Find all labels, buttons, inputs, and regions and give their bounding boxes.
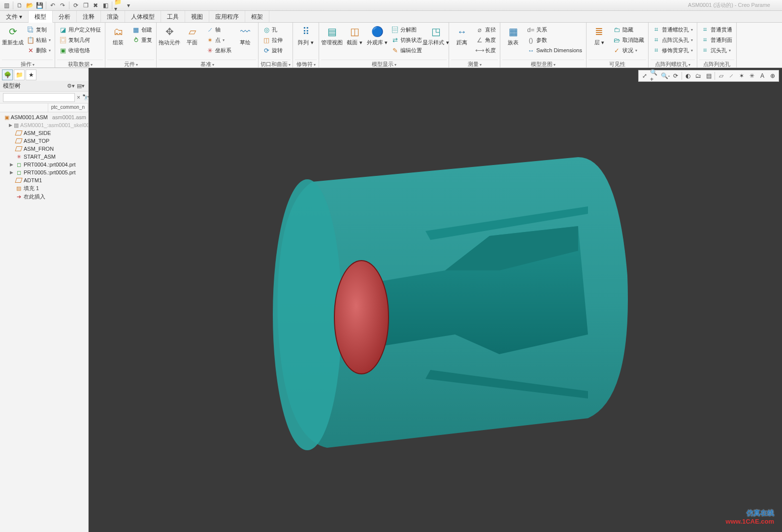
extrude-button[interactable]: ◫拉伸: [261, 35, 285, 45]
refit-icon[interactable]: ⤢: [640, 71, 650, 81]
datum-plane-toggle-icon[interactable]: ▱: [716, 71, 726, 81]
open-icon[interactable]: 📂: [25, 1, 34, 10]
family-table-button[interactable]: ▦族表: [502, 24, 524, 46]
tree-node[interactable]: ASM_SIDE: [0, 129, 88, 137]
revolve-button[interactable]: ⟳旋转: [261, 45, 285, 55]
appearance-button[interactable]: 🔵外观库 ▾: [366, 24, 388, 46]
datum-axis-toggle-icon[interactable]: ⟋: [726, 71, 736, 81]
datum-point-toggle-icon[interactable]: ✶: [737, 71, 747, 81]
tab-file[interactable]: 文件 ▾: [0, 11, 29, 22]
point-button[interactable]: ✶点▾: [204, 35, 233, 45]
tab-applications[interactable]: 应用程序: [209, 11, 245, 22]
model-tree[interactable]: ▣ASM0001.ASMasm0001.asm▶▥ASM0001_:asm000…: [0, 112, 88, 532]
app-icon[interactable]: ▥: [2, 1, 11, 10]
explode-button[interactable]: ⿳分解图: [389, 25, 424, 34]
spin-center-icon[interactable]: ⊕: [768, 71, 778, 81]
assemble-button[interactable]: 🗂组装: [107, 24, 129, 46]
tab-analysis[interactable]: 分析: [53, 11, 77, 22]
repaint-icon[interactable]: ⟳: [671, 71, 681, 81]
switch-dims-button[interactable]: ↔Switch Dimensions: [525, 45, 584, 55]
tab-render[interactable]: 渲染: [101, 11, 125, 22]
tree-node[interactable]: ▶◻PRT0005.:prt0005.prt: [0, 168, 88, 176]
tree-node[interactable]: ▶◻PRT0004.:prt0004.prt: [0, 161, 88, 168]
delete-button[interactable]: ✕删除▾: [25, 45, 53, 55]
counterbore-button[interactable]: ⌗点阵沉头孔▾: [651, 35, 695, 45]
regenerate-button[interactable]: ⟳重新生成: [2, 24, 24, 46]
copy-button[interactable]: ⿻复制: [25, 25, 53, 34]
csys-toggle-icon[interactable]: ✳: [747, 71, 757, 81]
tab-annotate[interactable]: 注释: [77, 11, 101, 22]
annotation-toggle-icon[interactable]: A: [757, 71, 767, 81]
repeat-button[interactable]: ⥁重复: [130, 35, 154, 45]
udf-button[interactable]: ◪用户定义特征: [57, 25, 103, 34]
copy-geom-button[interactable]: ⿴复制几何: [57, 35, 103, 45]
search-input[interactable]: [3, 93, 75, 102]
toggle-state-button[interactable]: ⇄切换状态: [389, 35, 424, 45]
tab-manikin[interactable]: 人体模型: [125, 11, 161, 22]
sketch-button[interactable]: 〰草绘: [234, 24, 256, 46]
tab-model[interactable]: 模型: [29, 11, 53, 23]
tree-node[interactable]: ▨填充 1: [0, 184, 88, 193]
new-icon[interactable]: 🗋: [15, 1, 24, 10]
tab-framework[interactable]: 框架: [245, 11, 269, 22]
tree-node[interactable]: ▶▥ASM0001_:asm0001_skel000: [0, 121, 88, 129]
tree-node[interactable]: ✳START_ASM: [0, 153, 88, 161]
shade-icon[interactable]: ◐: [683, 71, 693, 81]
tree-show-icon[interactable]: ▤▾: [76, 82, 85, 91]
status-button[interactable]: ✓状况▾: [611, 45, 646, 55]
layers-button[interactable]: ≣层 ▾: [588, 24, 610, 46]
thread-hole-button[interactable]: ⌗普通螺纹孔▾: [651, 25, 695, 34]
view-manager-icon[interactable]: ▤: [704, 71, 714, 81]
qat-customize-icon[interactable]: ▾: [124, 1, 133, 10]
favorites-tab[interactable]: ★: [26, 69, 36, 80]
zoom-out-icon[interactable]: 🔍-: [660, 71, 670, 81]
hide-button[interactable]: 🗀隐藏: [611, 25, 646, 34]
paste-button[interactable]: 📋粘贴▾: [25, 35, 53, 45]
display-style-button[interactable]: ◳显示样式 ▾: [425, 24, 447, 46]
relations-button[interactable]: d=关系: [525, 25, 584, 34]
distance-button[interactable]: ↔距离: [451, 24, 473, 46]
angle-button[interactable]: ∠角度: [474, 35, 498, 45]
plain-thru-button[interactable]: ⌗普通贯通: [699, 25, 734, 34]
parameters-button[interactable]: ()参数: [525, 35, 584, 45]
pattern-button[interactable]: ⠿阵列 ▾: [295, 24, 317, 46]
tree-node[interactable]: ➔在此插入: [0, 193, 88, 201]
hole-button[interactable]: ◎孔: [261, 25, 285, 34]
drag-component-button[interactable]: ✥拖动元件: [159, 24, 180, 46]
tree-tab[interactable]: 🌳: [2, 69, 13, 80]
tree-node[interactable]: ASM_TOP: [0, 137, 88, 145]
clear-icon[interactable]: ×: [77, 94, 80, 101]
csk-button[interactable]: ⌗沉头孔▾: [699, 45, 734, 55]
3d-viewport[interactable]: ⤢ 🔍+ 🔍- ⟳ ◐ 🗂 ▤ ▱ ⟋ ✶ ✳ A ⊕: [89, 68, 782, 532]
shrinkwrap-button[interactable]: ▣收缩包络: [57, 45, 103, 55]
edit-position-button[interactable]: ✎编辑位置: [389, 45, 424, 55]
tree-node[interactable]: ▣ASM0001.ASMasm0001.asm: [0, 113, 88, 121]
manage-views-button[interactable]: ▤管理视图: [321, 24, 343, 46]
plane-button[interactable]: ▱平面: [181, 24, 203, 46]
length-button[interactable]: ⟷长度: [474, 45, 498, 55]
create-button[interactable]: ▦创建: [130, 25, 154, 34]
tab-tools[interactable]: 工具: [161, 11, 185, 22]
diameter-button[interactable]: ⌀直径: [474, 25, 498, 34]
zoom-in-icon[interactable]: 🔍+: [650, 71, 660, 81]
folder-icon[interactable]: 📁▾: [114, 1, 123, 10]
plain-toface-button[interactable]: ⌗普通到面: [699, 35, 734, 45]
windows-icon[interactable]: ❐: [81, 1, 90, 10]
thru-hole-button[interactable]: ⌗修饰贯穿孔▾: [651, 45, 695, 55]
unhide-button[interactable]: 🗁取消隐藏: [611, 35, 646, 45]
saved-views-icon[interactable]: 🗂: [693, 71, 703, 81]
tree-settings-icon[interactable]: ⚙▾: [66, 82, 75, 91]
tree-node[interactable]: ASM_FRON: [0, 145, 88, 153]
save-icon[interactable]: 💾: [35, 1, 44, 10]
tab-view[interactable]: 视图: [185, 11, 209, 22]
axis-button[interactable]: ⟋轴: [204, 25, 233, 34]
section-button[interactable]: ◫截面 ▾: [344, 24, 365, 46]
regenerate-icon[interactable]: ⟳: [71, 1, 80, 10]
redo-icon[interactable]: ↷: [58, 1, 67, 10]
folder-tab[interactable]: 📁: [14, 69, 25, 80]
tree-node[interactable]: ADTM1: [0, 176, 88, 184]
csys-button[interactable]: ✳坐标系: [204, 45, 233, 55]
close-window-icon[interactable]: ✖: [91, 1, 100, 10]
settings-icon[interactable]: ◧: [101, 1, 110, 10]
undo-icon[interactable]: ↶: [48, 1, 57, 10]
